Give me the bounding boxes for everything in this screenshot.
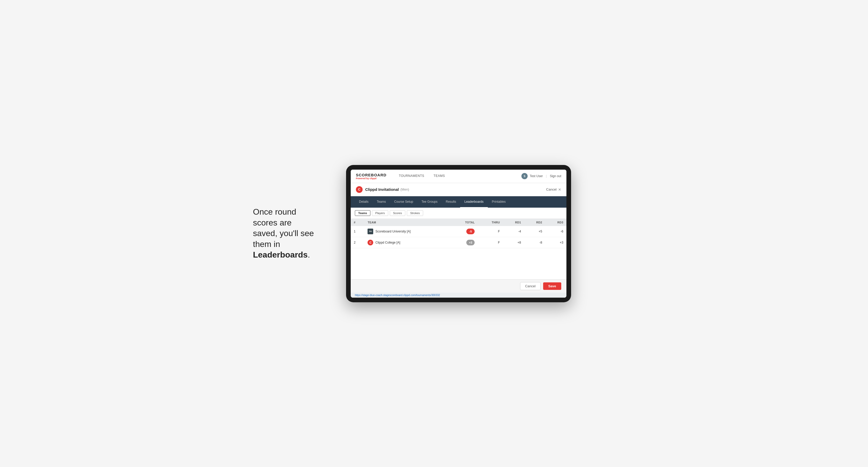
col-rank: # [351,219,365,226]
rd1-1: -4 [503,226,524,237]
col-thru: THRU [478,219,503,226]
thru-2: F [478,237,503,248]
leaderboard-table-container: # TEAM TOTAL THRU RD1 RD2 RD3 1 [351,219,566,248]
col-total: TOTAL [450,219,478,226]
rd3-1: -6 [545,226,566,237]
tournament-gender: (Men) [400,187,409,191]
team-logo-1: SU [368,228,373,234]
team-name-1: Scoreboard University [A] [375,229,410,233]
user-avatar: S [521,173,528,179]
tablet-frame: SCOREBOARD Powered by clippd TOURNAMENTS… [346,165,571,302]
table-row: 1 SU Scoreboard University [A] -5 F [351,226,566,237]
filter-strokes-button[interactable]: Strokes [407,210,423,216]
side-text-line2: scores are [253,218,291,227]
tab-results[interactable]: Results [441,196,460,208]
status-bar: https://stage-blue-coach.stagescoreboard… [351,293,566,298]
col-rd1: RD1 [503,219,524,226]
tab-leaderboards[interactable]: Leaderboards [460,196,488,208]
bottom-save-button[interactable]: Save [543,282,561,290]
tab-printables[interactable]: Printables [488,196,510,208]
rank-2: 2 [351,237,365,248]
close-icon: ✕ [558,187,561,192]
rd3-2: +3 [545,237,566,248]
tab-details[interactable]: Details [355,196,373,208]
total-2: +3 [450,237,478,248]
team-cell-1: SU Scoreboard University [A] [365,226,450,237]
tournament-icon: C [356,186,363,193]
side-text-line3: saved, you'll see [253,228,314,238]
tab-course-setup[interactable]: Course Setup [390,196,417,208]
logo-area: SCOREBOARD Powered by clippd [356,173,386,180]
side-text: Once round scores are saved, you'll see … [253,207,331,260]
col-rd3: RD3 [545,219,566,226]
leaderboard-table: # TEAM TOTAL THRU RD1 RD2 RD3 1 [351,219,566,248]
side-text-period: . [308,250,310,259]
tab-teams[interactable]: Teams [373,196,390,208]
sign-out-link[interactable]: Sign out [550,174,561,178]
rd2-1: +5 [524,226,545,237]
nav-divider: | [546,174,547,178]
thru-1: F [478,226,503,237]
side-text-bold: Leaderboards [253,250,308,259]
bottom-cancel-button[interactable]: Cancel [520,282,540,290]
side-text-line4: them in [253,240,280,249]
logo-brand: clippd [370,177,377,180]
bottom-bar: Cancel Save [351,279,566,293]
status-url: https://stage-blue-coach.stagescoreboard… [355,294,440,297]
top-nav: SCOREBOARD Powered by clippd TOURNAMENTS… [351,169,566,183]
logo-subtitle: Powered by clippd [356,177,386,180]
team-cell-2: C Clippd College [A] [365,237,450,248]
total-1: -5 [450,226,478,237]
filter-scores-button[interactable]: Scores [390,210,405,216]
rd2-2: -8 [524,237,545,248]
sub-tabs: Details Teams Course Setup Tee Groups Re… [351,196,566,208]
cancel-top-button[interactable]: Cancel ✕ [546,187,561,192]
bottom-spacer [351,248,566,279]
filter-players-button[interactable]: Players [372,210,388,216]
col-rd2: RD2 [524,219,545,226]
nav-teams[interactable]: TEAMS [429,170,450,182]
score-badge-1: -5 [466,228,475,234]
side-text-line1: Once round [253,207,296,216]
user-name: Test User [530,174,543,178]
filter-teams-button[interactable]: Teams [355,210,370,216]
rank-1: 1 [351,226,365,237]
nav-user: S Test User | Sign out [521,173,561,179]
nav-tournaments[interactable]: TOURNAMENTS [394,170,429,182]
logo-title: SCOREBOARD [356,173,386,177]
tab-tee-groups[interactable]: Tee Groups [417,196,441,208]
team-logo-2: C [368,240,373,245]
table-row: 2 C Clippd College [A] +3 F [351,237,566,248]
table-header-row: # TEAM TOTAL THRU RD1 RD2 RD3 [351,219,566,226]
filter-row: Teams Players Scores Strokes [351,208,566,219]
team-name-2: Clippd College [A] [375,241,400,244]
rd1-2: +8 [503,237,524,248]
nav-links: TOURNAMENTS TEAMS [394,170,521,182]
tournament-header: C Clippd Invitational (Men) Cancel ✕ [351,183,566,196]
tournament-name: Clippd Invitational [365,187,399,192]
col-team: TEAM [365,219,450,226]
tablet-screen: SCOREBOARD Powered by clippd TOURNAMENTS… [351,169,566,298]
score-badge-2: +3 [466,240,475,245]
